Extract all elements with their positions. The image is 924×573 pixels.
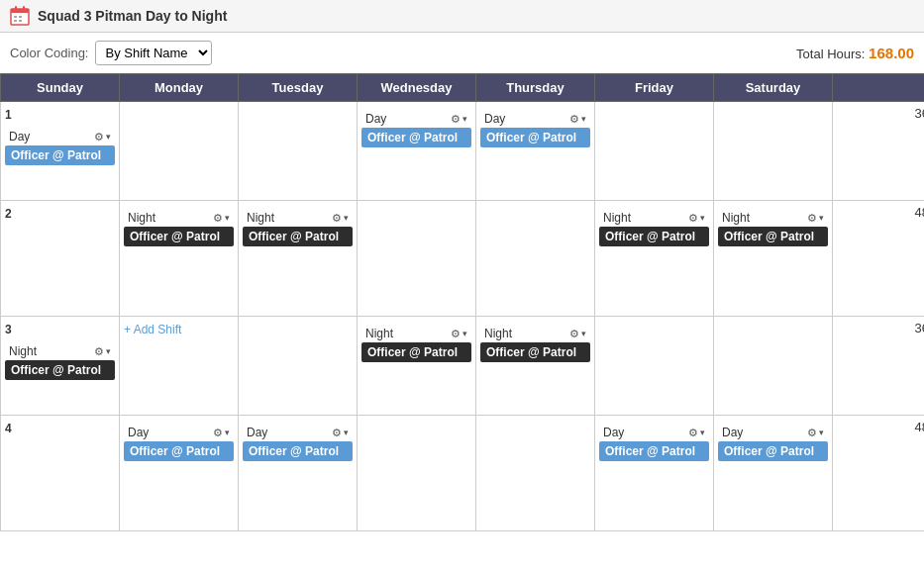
dropdown-arrow-icon[interactable]: ▾ (106, 132, 111, 142)
col-wednesday: Wednesday (358, 74, 476, 102)
shift-controls[interactable]: ⚙ ▾ (332, 212, 349, 225)
week-number: 4 (5, 420, 115, 437)
gear-icon[interactable]: ⚙ (94, 345, 104, 358)
shift-block: Night ⚙ ▾ Officer @ Patrol (5, 342, 115, 380)
total-hours-value: 168.00 (869, 45, 914, 61)
col-saturday: Saturday (714, 74, 833, 102)
cell-week3-tuesday (239, 317, 358, 416)
shift-role: Officer @ Patrol (5, 360, 115, 380)
shift-role: Officer @ Patrol (480, 342, 590, 362)
shift-controls[interactable]: ⚙ ▾ (569, 113, 586, 126)
add-shift-button[interactable]: + Add Shift (124, 321, 181, 338)
shift-block: Day ⚙ ▾ Officer @ Patrol (480, 110, 590, 147)
gear-icon[interactable]: ⚙ (569, 328, 579, 340)
gear-icon[interactable]: ⚙ (807, 212, 817, 225)
col-tuesday: Tuesday (239, 74, 358, 102)
shift-role: Officer @ Patrol (361, 342, 471, 362)
dropdown-arrow-icon[interactable]: ▾ (106, 346, 111, 356)
shift-header: Night ⚙ ▾ (5, 342, 115, 360)
shift-name: Night (247, 211, 274, 225)
shift-header: Night ⚙ ▾ (718, 209, 828, 227)
shift-controls[interactable]: ⚙ ▾ (569, 328, 586, 340)
empty-cell (361, 420, 471, 509)
dropdown-arrow-icon[interactable]: ▾ (581, 114, 586, 124)
week-number: 2 (5, 205, 115, 223)
shift-block: Night ⚙ ▾ Officer @ Patrol (124, 209, 234, 246)
cell-week2-sunday: 2 (1, 201, 120, 317)
shift-name: Day (365, 112, 386, 126)
dropdown-arrow-icon[interactable]: ▾ (344, 428, 349, 437)
empty-cell (5, 223, 115, 312)
shift-controls[interactable]: ⚙ ▾ (332, 427, 349, 439)
gear-icon[interactable]: ⚙ (807, 427, 817, 439)
color-coding-select[interactable]: By Shift NameBy PositionBy Employee (95, 41, 212, 65)
shift-controls[interactable]: ⚙ ▾ (213, 212, 230, 225)
shift-controls[interactable]: ⚙ ▾ (688, 212, 705, 225)
shift-controls[interactable]: ⚙ ▾ (451, 328, 467, 340)
empty-cell (124, 106, 234, 195)
calendar-header-row: Sunday Monday Tuesday Wednesday Thursday… (1, 74, 925, 102)
gear-icon[interactable]: ⚙ (688, 212, 698, 225)
shift-name: Day (603, 426, 624, 439)
gear-icon[interactable]: ⚙ (332, 427, 342, 439)
shift-header: Night ⚙ ▾ (243, 209, 353, 227)
svg-rect-6 (14, 20, 17, 22)
week-row-3: 3 Night ⚙ ▾ Officer @ Patrol + Add Shift… (1, 317, 925, 416)
gear-icon[interactable]: ⚙ (569, 113, 579, 126)
cell-week1-tuesday (239, 102, 358, 201)
shift-header: Night ⚙ ▾ (361, 325, 471, 342)
dropdown-arrow-icon[interactable]: ▾ (819, 213, 824, 223)
cell-week3-saturday (714, 317, 833, 416)
shift-header: Day ⚙ ▾ (5, 128, 115, 145)
dropdown-arrow-icon[interactable]: ▾ (225, 213, 230, 223)
dropdown-arrow-icon[interactable]: ▾ (700, 213, 705, 223)
cell-week3-wednesday: Night ⚙ ▾ Officer @ Patrol (358, 317, 476, 416)
svg-rect-4 (14, 16, 17, 18)
shift-controls[interactable]: ⚙ ▾ (213, 427, 230, 439)
shift-header: Day ⚙ ▾ (124, 424, 234, 441)
dropdown-arrow-icon[interactable]: ▾ (344, 213, 349, 223)
shift-controls[interactable]: ⚙ ▾ (807, 427, 824, 439)
gear-icon[interactable]: ⚙ (213, 212, 223, 225)
cell-week4-sunday: 4 (1, 416, 120, 531)
cell-week1-friday (595, 102, 714, 201)
shift-controls[interactable]: ⚙ ▾ (94, 131, 111, 143)
gear-icon[interactable]: ⚙ (213, 427, 223, 439)
gear-icon[interactable]: ⚙ (332, 212, 342, 225)
shift-name: Night (722, 211, 750, 225)
shift-header: Day ⚙ ▾ (599, 424, 709, 441)
page-title: Squad 3 Pitman Day to Night (38, 8, 227, 24)
cell-week3-sunday: 3 Night ⚙ ▾ Officer @ Patrol (1, 317, 120, 416)
dropdown-arrow-icon[interactable]: ▾ (700, 428, 705, 437)
shift-role: Officer @ Patrol (124, 227, 234, 246)
color-coding-label: Color Coding: (10, 46, 89, 60)
cell-week2-thursday (476, 201, 595, 317)
gear-icon[interactable]: ⚙ (451, 328, 461, 340)
cell-week4-friday: Day ⚙ ▾ Officer @ Patrol (595, 416, 714, 531)
shift-controls[interactable]: ⚙ ▾ (807, 212, 824, 225)
svg-rect-7 (19, 20, 22, 22)
shift-controls[interactable]: ⚙ ▾ (688, 427, 705, 439)
dropdown-arrow-icon[interactable]: ▾ (581, 329, 586, 338)
cell-week4-monday: Day ⚙ ▾ Officer @ Patrol (120, 416, 239, 531)
cell-week4-tuesday: Day ⚙ ▾ Officer @ Patrol (239, 416, 358, 531)
shift-name: Night (365, 327, 393, 340)
shift-controls[interactable]: ⚙ ▾ (94, 345, 111, 358)
dropdown-arrow-icon[interactable]: ▾ (462, 329, 467, 338)
week-row-2: 2 Night ⚙ ▾ Officer @ Patrol Night ⚙ ▾ O… (1, 201, 925, 317)
dropdown-arrow-icon[interactable]: ▾ (462, 114, 467, 124)
dropdown-arrow-icon[interactable]: ▾ (819, 428, 824, 437)
cell-week1-sunday: 1 Day ⚙ ▾ Officer @ Patrol (1, 102, 120, 201)
title-bar: Squad 3 Pitman Day to Night (0, 0, 924, 33)
cell-week3-monday: + Add Shift (120, 317, 239, 416)
week-row-4: 4 Day ⚙ ▾ Officer @ Patrol Day ⚙ ▾ Offic… (1, 416, 925, 531)
gear-icon[interactable]: ⚙ (451, 113, 461, 126)
gear-icon[interactable]: ⚙ (688, 427, 698, 439)
shift-role: Officer @ Patrol (243, 441, 353, 461)
dropdown-arrow-icon[interactable]: ▾ (225, 428, 230, 437)
cell-week2-monday: Night ⚙ ▾ Officer @ Patrol (120, 201, 239, 317)
shift-block: Day ⚙ ▾ Officer @ Patrol (124, 424, 234, 461)
calendar-icon (10, 6, 30, 26)
shift-controls[interactable]: ⚙ ▾ (451, 113, 467, 126)
gear-icon[interactable]: ⚙ (94, 131, 104, 143)
